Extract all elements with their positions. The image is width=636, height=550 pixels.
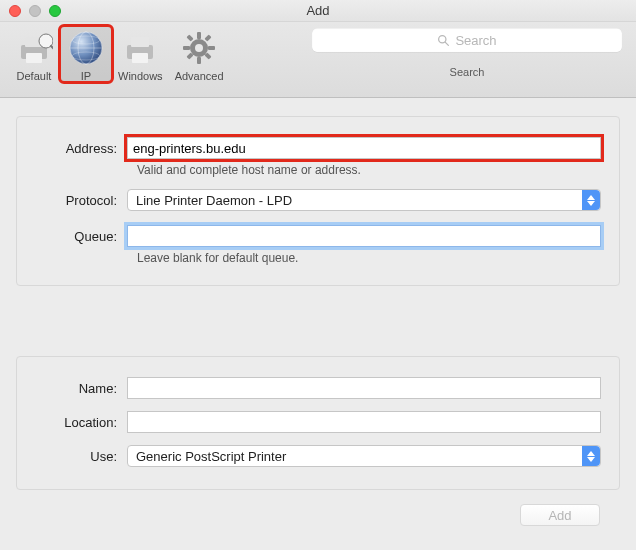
toolbar-item-ip[interactable]: IP — [60, 26, 112, 82]
svg-point-9 — [72, 36, 100, 44]
toolbar-item-label: Windows — [118, 70, 163, 82]
svg-point-3 — [39, 34, 53, 48]
svg-point-6 — [70, 32, 102, 64]
svg-line-25 — [446, 42, 449, 45]
search-caption: Search — [450, 66, 485, 78]
minimize-window-button[interactable] — [29, 5, 41, 17]
location-label: Location: — [27, 415, 127, 430]
svg-rect-22 — [187, 52, 194, 59]
maximize-window-button[interactable] — [49, 5, 61, 17]
svg-rect-17 — [183, 46, 190, 50]
search-section: Search Search — [312, 28, 622, 78]
svg-rect-2 — [26, 53, 42, 63]
svg-rect-1 — [25, 37, 43, 47]
svg-rect-12 — [131, 37, 149, 47]
gear-icon — [179, 28, 219, 68]
toolbar-item-label: Advanced — [175, 70, 224, 82]
queue-hint: Leave blank for default queue. — [137, 251, 601, 265]
toolbar-mode-group: Default — [8, 26, 230, 82]
traffic-lights — [9, 5, 61, 17]
svg-point-23 — [195, 44, 203, 52]
add-button-label: Add — [548, 508, 571, 523]
svg-rect-18 — [208, 46, 215, 50]
use-select[interactable]: Generic PostScript Printer — [127, 445, 601, 467]
printer-windows-icon — [120, 28, 160, 68]
protocol-label: Protocol: — [27, 193, 127, 208]
titlebar: Add — [0, 0, 636, 22]
footer: Add — [16, 490, 620, 540]
svg-point-5 — [70, 32, 102, 64]
queue-input[interactable] — [127, 225, 601, 247]
toolbar-item-default[interactable]: Default — [8, 26, 60, 82]
svg-line-4 — [51, 46, 53, 49]
address-label: Address: — [27, 141, 127, 156]
svg-point-7 — [78, 32, 94, 64]
printer-default-icon — [14, 28, 54, 68]
svg-rect-16 — [197, 57, 201, 64]
svg-point-24 — [439, 35, 446, 42]
svg-rect-11 — [127, 45, 153, 59]
chevron-up-down-icon — [582, 190, 600, 210]
toolbar-item-windows[interactable]: Windows — [112, 26, 169, 82]
address-hint: Valid and complete host name or address. — [137, 163, 601, 177]
svg-rect-19 — [187, 34, 194, 41]
printer-info-group: Name: Location: Use: Generic PostScript … — [16, 356, 620, 490]
toolbar: Default — [0, 22, 636, 98]
svg-rect-13 — [132, 53, 148, 63]
use-label: Use: — [27, 449, 127, 464]
add-printer-window: Add Default — [0, 0, 636, 550]
svg-rect-20 — [205, 52, 212, 59]
window-title: Add — [0, 3, 636, 18]
close-window-button[interactable] — [9, 5, 21, 17]
search-placeholder: Search — [455, 33, 496, 48]
svg-rect-21 — [205, 34, 212, 41]
connection-group: Address: Valid and complete host name or… — [16, 116, 620, 286]
search-icon — [437, 34, 450, 47]
svg-rect-0 — [21, 45, 47, 59]
svg-point-10 — [72, 52, 100, 60]
add-button[interactable]: Add — [520, 504, 600, 526]
chevron-up-down-icon — [582, 446, 600, 466]
toolbar-item-advanced[interactable]: Advanced — [169, 26, 230, 82]
svg-rect-15 — [197, 32, 201, 39]
queue-label: Queue: — [27, 229, 127, 244]
search-input[interactable]: Search — [312, 28, 622, 52]
toolbar-item-label: Default — [17, 70, 52, 82]
address-input[interactable] — [127, 137, 601, 159]
svg-point-14 — [190, 39, 208, 57]
name-label: Name: — [27, 381, 127, 396]
content: Address: Valid and complete host name or… — [0, 98, 636, 550]
protocol-select[interactable]: Line Printer Daemon - LPD — [127, 189, 601, 211]
protocol-value: Line Printer Daemon - LPD — [136, 193, 292, 208]
name-input[interactable] — [127, 377, 601, 399]
use-value: Generic PostScript Printer — [136, 449, 286, 464]
toolbar-item-label: IP — [81, 70, 91, 82]
globe-icon — [66, 28, 106, 68]
location-input[interactable] — [127, 411, 601, 433]
